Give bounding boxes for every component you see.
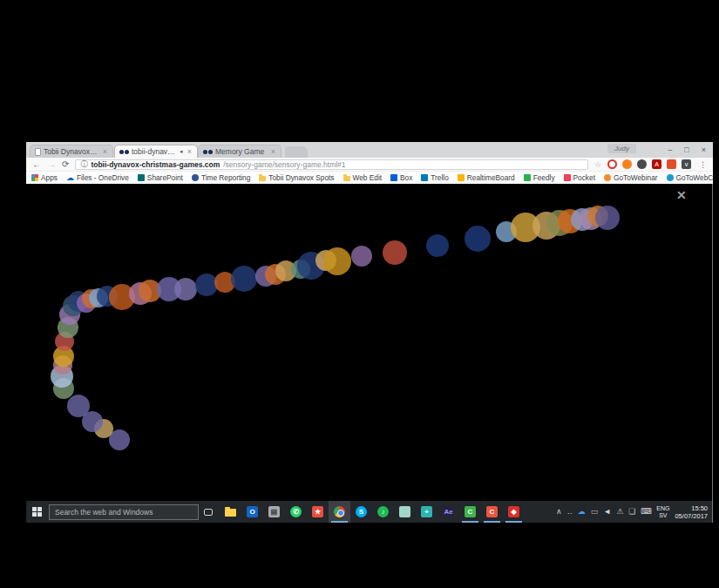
- outlook-icon: O: [247, 506, 258, 517]
- language-indicator[interactable]: ENG SV: [654, 505, 672, 519]
- taskbar-app-whatsapp[interactable]: ✆: [285, 501, 307, 523]
- wunderlist-icon: ★: [312, 506, 323, 517]
- red-c-app-icon: C: [486, 506, 498, 517]
- tab-audio-icon: ◄: [179, 149, 184, 154]
- taskbar-app-file-explorer[interactable]: [220, 501, 241, 523]
- bookmark-label: Feedly: [533, 173, 555, 182]
- bookmark-label: Pocket: [573, 173, 595, 182]
- taskbar-app-red-app[interactable]: ◆: [503, 501, 525, 523]
- close-button[interactable]: ×: [702, 145, 706, 154]
- new-tab-button[interactable]: [285, 146, 308, 158]
- taskbar-app-calendar[interactable]: ▤: [263, 501, 285, 523]
- minimize-button[interactable]: –: [668, 145, 672, 154]
- address-bar[interactable]: ⓘ tobii-dynavox-christmas-games.com/sens…: [75, 159, 588, 170]
- device-icon[interactable]: ▭: [591, 508, 599, 516]
- tab-close-icon[interactable]: ×: [102, 147, 108, 156]
- bookmark-item[interactable]: SharePoint: [138, 173, 183, 182]
- tab-close-icon[interactable]: ×: [270, 147, 276, 156]
- back-icon[interactable]: ←: [32, 160, 41, 169]
- bookmark-item[interactable]: ☁Files - OneDrive: [66, 173, 129, 182]
- profile-badge[interactable]: Judy: [607, 144, 636, 153]
- bookmark-item[interactable]: RealtimeBoard: [458, 173, 515, 182]
- red-extension-icon[interactable]: [667, 159, 676, 169]
- taskbar-app-spotify[interactable]: ♪: [372, 501, 394, 523]
- bookmark-label: Box: [400, 173, 412, 182]
- game-dot[interactable]: [67, 395, 90, 417]
- tab-sensory-game[interactable]: tobii-dynavox-christm ◄ ×: [114, 145, 198, 158]
- chrome-menu-icon[interactable]: ⋮: [697, 160, 707, 169]
- bookmark-item[interactable]: Time Reporting: [192, 173, 250, 182]
- game-dot[interactable]: [465, 226, 491, 252]
- red-app-icon: ◆: [508, 506, 519, 517]
- game-dot[interactable]: [351, 246, 372, 267]
- url-host: tobii-dynavox-christmas-games.com: [91, 160, 220, 169]
- bookmark-star-icon[interactable]: ☆: [594, 160, 601, 169]
- refresh-icon[interactable]: ⟳: [62, 160, 69, 169]
- flame-extension-icon[interactable]: [622, 159, 632, 169]
- bookmark-item[interactable]: GoToWebinar: [604, 173, 658, 182]
- sensory-game-canvas[interactable]: ✕: [26, 184, 713, 501]
- taskbar-reflection: Search the web and Windows O▤✆★S♪+AeCC◆ …: [26, 523, 713, 534]
- forward-icon[interactable]: →: [47, 160, 56, 169]
- start-button[interactable]: [26, 501, 47, 523]
- bookmark-item[interactable]: Apps: [31, 173, 58, 182]
- bookmark-label: Trello: [431, 173, 448, 182]
- game-dot[interactable]: [595, 206, 620, 230]
- eyegames-favicon: [119, 150, 129, 154]
- taskbar-clock[interactable]: 15:50 05/07/2017: [672, 504, 713, 520]
- square-icon: [390, 174, 397, 181]
- bookmark-item[interactable]: Box: [390, 173, 412, 182]
- game-dot[interactable]: [174, 278, 197, 301]
- pocket-extension-icon[interactable]: ∨: [682, 159, 691, 169]
- tab-close-icon[interactable]: ×: [187, 147, 193, 156]
- onedrive-cloud-icon[interactable]: ☁: [578, 508, 586, 516]
- language-primary: ENG: [656, 505, 669, 512]
- bookmark-item[interactable]: GoToWebCast: [667, 173, 713, 182]
- game-dot[interactable]: [383, 240, 407, 265]
- taskbar-app-red-c-app[interactable]: C: [481, 501, 503, 523]
- taskbar-app-skype[interactable]: S: [350, 501, 372, 523]
- bookmark-item[interactable]: Trello: [421, 173, 448, 182]
- whatsapp-icon: ✆: [290, 506, 302, 517]
- game-close-icon[interactable]: ✕: [676, 188, 687, 202]
- network-icon[interactable]: ⚠: [616, 508, 623, 516]
- tab-memory-game[interactable]: Memory Game ×: [198, 145, 281, 158]
- game-dot[interactable]: [231, 266, 257, 292]
- game-dot[interactable]: [323, 247, 351, 275]
- info-icon[interactable]: ⓘ: [80, 161, 87, 168]
- square-icon: [458, 174, 465, 181]
- dark-extension-icon[interactable]: [637, 159, 647, 169]
- taskbar-app-mint-app[interactable]: [394, 501, 416, 523]
- game-dot[interactable]: [426, 234, 449, 257]
- bookmark-item[interactable]: Web Edit: [343, 173, 383, 182]
- tab-title: Memory Game: [215, 147, 268, 156]
- window-controls: – □ ×: [668, 142, 709, 158]
- dots-icon[interactable]: ‥: [567, 508, 573, 516]
- taskbar-app-outlook[interactable]: O: [241, 501, 263, 523]
- volume-icon[interactable]: ◄: [603, 508, 611, 516]
- taskbar-app-after-effects[interactable]: Ae: [438, 501, 459, 523]
- tab-eyegames[interactable]: Tobii Dynavox Eyegames ×: [30, 145, 113, 158]
- bookmark-item[interactable]: Tobii Dynavox Spots: [259, 173, 334, 182]
- bookmark-item[interactable]: Feedly: [524, 173, 555, 182]
- taskbar-app-camtasia[interactable]: C: [459, 501, 481, 523]
- bookmark-label: GoToWebinar: [614, 173, 658, 182]
- acrobat-extension-icon[interactable]: A: [652, 159, 661, 169]
- taskbar-app-chrome[interactable]: [329, 501, 350, 523]
- search-placeholder: Search the web and Windows: [55, 508, 153, 517]
- taskbar-search-input[interactable]: Search the web and Windows: [49, 504, 199, 520]
- opera-extension-icon[interactable]: [607, 159, 617, 169]
- task-view-button[interactable]: [199, 501, 218, 523]
- keyboard-icon[interactable]: ⌨: [641, 508, 652, 516]
- bookmark-item[interactable]: Pocket: [564, 173, 595, 182]
- maximize-button[interactable]: □: [684, 145, 688, 154]
- bookmark-label: Apps: [41, 173, 58, 182]
- action-center-icon[interactable]: ❏: [628, 508, 635, 516]
- square-icon: [138, 174, 145, 181]
- page-favicon: [35, 148, 41, 156]
- taskbar-app-wunderlist[interactable]: ★: [307, 501, 329, 523]
- mint-app-icon: [399, 506, 410, 517]
- after-effects-icon: Ae: [443, 506, 454, 517]
- taskbar-app-teal-plus-app[interactable]: +: [416, 501, 438, 523]
- hidden-icons-chevron[interactable]: ∧: [556, 508, 562, 516]
